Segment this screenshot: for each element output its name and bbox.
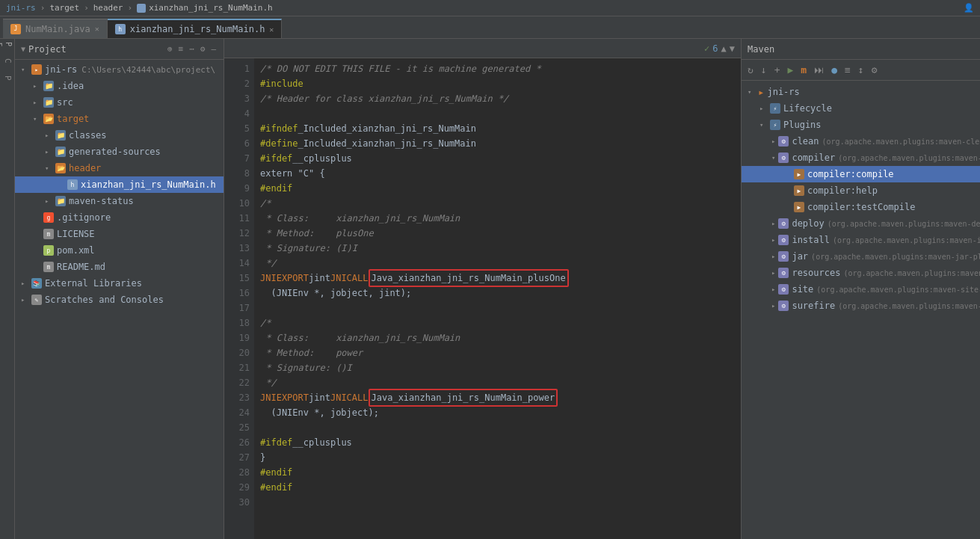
breadcrumb-jni-rs[interactable]: jni-rs xyxy=(6,3,36,13)
maven-sort-btn[interactable]: ↕ xyxy=(855,63,867,77)
tree-item-gitignore[interactable]: g.gitignore xyxy=(15,209,224,226)
project-tree: ▾▸jni-rs C:\Users\42444\abc\project\▸📁.i… xyxy=(15,60,224,539)
tab-numMain-close[interactable]: ✕ xyxy=(95,25,99,33)
maven-label-compiler-testCompile: compiler:testCompile xyxy=(807,202,916,212)
tree-label-classes: classes xyxy=(69,130,107,141)
code-line-13: * Signature: (I)I xyxy=(260,241,741,256)
maven-m-btn[interactable]: m xyxy=(798,63,810,77)
maven-label-compiler: compiler xyxy=(792,153,835,163)
breadcrumb-target[interactable]: target xyxy=(49,3,79,13)
maven-item-compiler-compile[interactable]: ▶compiler:compile xyxy=(742,166,980,182)
tree-label-gitignore: .gitignore xyxy=(57,212,111,223)
code-line-5: #ifndef _Included_xianzhan_jni_rs_NumMai… xyxy=(260,121,741,136)
tree-label-LICENSE: LICENSE xyxy=(57,229,95,239)
maven-label-deploy: deploy xyxy=(792,218,824,229)
code-line-2: #include xyxy=(260,76,741,91)
tree-item-README[interactable]: mREADME.md xyxy=(15,259,224,275)
editor-toolbar: ✓ 6 ▲ ▼ xyxy=(224,39,741,58)
chevron-maven-status: ▸ xyxy=(45,197,52,205)
tree-label-external-libs: External Libraries xyxy=(45,278,142,289)
tree-item-pom[interactable]: ppom.xml xyxy=(15,242,224,259)
nav-down[interactable]: ▼ xyxy=(730,43,735,54)
maven-item-install[interactable]: ▸⚙install (org.apache.maven.plugins:mave… xyxy=(742,232,980,248)
tree-item-generated-sources[interactable]: ▸📁generated-sources xyxy=(15,144,224,160)
maven-item-jni-rs-root[interactable]: ▾▸jni-rs xyxy=(742,84,980,100)
editor-area: ✓ 6 ▲ ▼ 12345678910111213141516171819202… xyxy=(224,39,741,539)
maven-download-btn[interactable]: ↓ xyxy=(758,63,770,77)
project-tool-add[interactable]: ⊕ xyxy=(166,43,174,55)
tree-item-jni-rs[interactable]: ▾▸jni-rs C:\Users\42444\abc\project\ xyxy=(15,61,224,78)
maven-item-deploy[interactable]: ▸⚙deploy (org.apache.maven.plugins:maven… xyxy=(742,215,980,232)
maven-item-compiler-help[interactable]: ▶compiler:help xyxy=(742,182,980,199)
chevron-jni-rs: ▾ xyxy=(21,66,28,73)
project-tool-gear[interactable]: ⚙ xyxy=(199,43,207,55)
tree-item-xianzhan[interactable]: hxianzhan_jni_rs_NumMain.h xyxy=(15,176,224,193)
code-line-22: */ xyxy=(260,375,741,390)
maven-skip-btn[interactable]: ⏭ xyxy=(811,63,827,77)
project-tool-close[interactable]: — xyxy=(209,43,218,55)
maven-label-jni-rs-root: jni-rs xyxy=(767,87,799,97)
maven-item-compiler[interactable]: ▾⚙compiler (org.apache.maven.plugins:mav… xyxy=(742,150,980,166)
tree-label-src: src xyxy=(57,97,73,108)
tree-item-maven-status[interactable]: ▸📁maven-status xyxy=(15,193,224,209)
maven-item-lifecycle[interactable]: ▸⚡Lifecycle xyxy=(742,100,980,117)
tree-label-header: header xyxy=(69,163,101,173)
chevron-generated-sources: ▸ xyxy=(45,148,52,155)
commit-side-label[interactable]: Commit xyxy=(0,55,14,67)
maven-label-clean: clean xyxy=(792,136,819,147)
maven-label-lifecycle: Lifecycle xyxy=(783,103,832,114)
maven-toolbar: ↻ ↓ + ▶ m ⏭ ● ≡ ↕ ⚙ xyxy=(742,60,980,81)
tree-item-src[interactable]: ▸📁src xyxy=(15,94,224,111)
code-line-7: #ifdef __cplusplus xyxy=(260,151,741,166)
maven-title: Maven xyxy=(748,44,774,55)
maven-item-resources[interactable]: ▸⚙resources (org.apache.maven.plugins:ma… xyxy=(742,265,980,281)
code-content[interactable]: /* DO NOT EDIT THIS FILE - it is machine… xyxy=(254,58,741,539)
code-line-16: (JNIEnv *, jobject, jint); xyxy=(260,286,741,301)
tree-item-idea[interactable]: ▸📁.idea xyxy=(15,78,224,94)
tab-numMain[interactable]: J NumMain.java ✕ xyxy=(3,19,108,38)
tree-item-scratches[interactable]: ▸✎Scratches and Consoles xyxy=(15,292,224,308)
tree-item-external-libs[interactable]: ▸📚External Libraries xyxy=(15,275,224,292)
code-line-30 xyxy=(260,495,741,510)
project-chevron[interactable]: ▼ xyxy=(21,45,25,53)
maven-item-site[interactable]: ▸⚙site (org.apache.maven.plugins:maven-s… xyxy=(742,281,980,298)
code-line-12: * Method: plusOne xyxy=(260,226,741,241)
tab-header-close[interactable]: ✕ xyxy=(269,25,274,34)
tree-item-header[interactable]: ▾📂header xyxy=(15,160,224,176)
project-panel: ▼ Project ⊕ ≡ ⋯ ⚙ — ▾▸jni-rs C:\Users\42… xyxy=(15,39,224,539)
user-icon[interactable]: 👤 xyxy=(964,3,974,13)
code-line-21: * Signature: ()I xyxy=(260,360,741,375)
run-count: 6 xyxy=(712,43,718,54)
breadcrumb-header[interactable]: header xyxy=(93,3,123,13)
chevron-header: ▾ xyxy=(45,164,52,172)
maven-item-compiler-testCompile[interactable]: ▶compiler:testCompile xyxy=(742,199,980,215)
maven-settings-btn[interactable]: ⚙ xyxy=(869,63,881,77)
code-line-25 xyxy=(260,420,741,435)
tree-item-target[interactable]: ▾📂target xyxy=(15,111,224,127)
maven-list-btn[interactable]: ≡ xyxy=(842,63,854,77)
tab-numMain-label: NumMain.java xyxy=(25,24,90,34)
pull-side-label[interactable]: Pull xyxy=(0,73,14,84)
maven-label-install: install xyxy=(792,235,830,245)
code-line-4 xyxy=(260,106,741,121)
code-editor[interactable]: 1234567891011121314151617181920212223242… xyxy=(224,58,741,539)
project-title: Project xyxy=(28,44,67,55)
code-line-29: #endif xyxy=(260,480,741,495)
maven-refresh-btn[interactable]: ↻ xyxy=(745,63,756,77)
tree-item-classes[interactable]: ▸📁classes xyxy=(15,127,224,144)
project-tool-collapse[interactable]: ≡ xyxy=(177,43,185,55)
maven-run-btn[interactable]: ▶ xyxy=(784,63,796,77)
code-line-23: JNIEXPORT jint JNICALL Java_xianzhan_jni… xyxy=(260,390,741,405)
tree-item-LICENSE[interactable]: mLICENSE xyxy=(15,226,224,242)
maven-header: Maven xyxy=(742,39,980,60)
maven-item-plugins[interactable]: ▾⚡Plugins xyxy=(742,117,980,133)
maven-add-btn[interactable]: + xyxy=(771,63,783,77)
maven-item-jar[interactable]: ▸⚙jar (org.apache.maven.plugins:maven-ja… xyxy=(742,248,980,265)
maven-item-clean[interactable]: ▸⚙clean (org.apache.maven.plugins:maven-… xyxy=(742,133,980,150)
nav-up[interactable]: ▲ xyxy=(721,43,727,54)
project-tool-dots[interactable]: ⋯ xyxy=(188,43,196,55)
project-side-label[interactable]: Project xyxy=(0,39,14,49)
maven-item-surefire[interactable]: ▸⚙surefire (org.apache.maven.plugins:mav… xyxy=(742,298,980,314)
maven-debug-btn[interactable]: ● xyxy=(828,63,840,77)
tab-header[interactable]: h xianzhan_jni_rs_NumMain.h ✕ xyxy=(108,19,283,38)
